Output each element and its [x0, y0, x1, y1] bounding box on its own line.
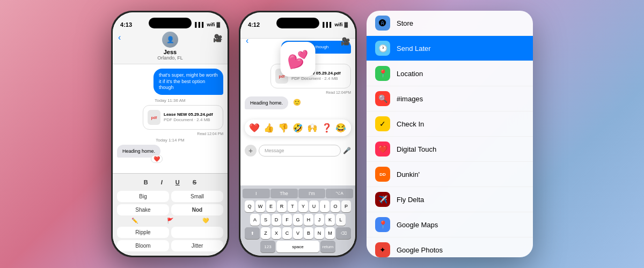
effect-icon-heart: 💛 — [202, 218, 209, 224]
key-p[interactable]: P — [341, 200, 351, 212]
message-input-2[interactable]: Message — [259, 145, 341, 157]
app-item-store[interactable]: 🅐Store — [367, 11, 533, 36]
video-call-button-1[interactable]: 🎥 — [213, 34, 222, 42]
effect-big[interactable]: Big — [117, 191, 169, 202]
app-item--images[interactable]: 🔍#images — [367, 86, 533, 111]
message-list-1: that's super, might be worth it if it's … — [113, 64, 228, 164]
key-q[interactable]: Q — [245, 200, 254, 212]
tapback-highfive[interactable]: 🙌 — [307, 123, 318, 133]
key-z[interactable]: Z — [261, 227, 270, 239]
battery-icon: ▓ — [216, 22, 220, 27]
effect-bloom[interactable]: Bloom — [117, 240, 169, 251]
key-m[interactable]: M — [325, 227, 335, 239]
tapback-question[interactable]: ❓ — [321, 123, 332, 133]
tapback-thumbsup[interactable]: 👍 — [264, 123, 274, 133]
app-item-location[interactable]: 📍Location — [367, 61, 533, 86]
key-e[interactable]: E — [266, 200, 276, 212]
suggest-aa[interactable]: ⌥A — [326, 189, 353, 198]
key-v[interactable]: V — [293, 227, 303, 239]
status-time-1: 4:13 — [120, 21, 132, 28]
key-d[interactable]: D — [272, 214, 281, 226]
key-x[interactable]: X — [272, 227, 281, 239]
app-item-google-photos[interactable]: ✦Google Photos — [367, 237, 533, 257]
tapback-smiley[interactable]: 🙂 — [293, 99, 301, 106]
effect-shake[interactable]: Shake — [117, 204, 169, 215]
effect-icon-pen: ✏️ — [131, 218, 138, 224]
app-item-fly-delta[interactable]: ✈️Fly Delta — [367, 187, 533, 212]
key-f[interactable]: F — [282, 214, 292, 226]
effect-ripple[interactable]: Ripple — [117, 227, 169, 238]
suggest-im[interactable]: I'm — [298, 189, 326, 198]
back-button-1[interactable]: ‹ — [118, 33, 121, 42]
key-u[interactable]: U — [309, 200, 319, 212]
signal-icon: ▌▌▌ — [195, 22, 205, 27]
incoming-message-container-2: Heading home. — [245, 96, 288, 111]
tapback-haha[interactable]: 🤣 — [292, 123, 303, 133]
apps-button-2[interactable]: + — [245, 145, 257, 157]
effect-icons-row: ✏️ 🚩 💛 — [117, 215, 223, 226]
effect-small[interactable]: Small — [171, 191, 223, 202]
scene: 4:13 ▌▌▌ wifi ▓ ‹ 👤 Jess Orlando, FL 🎥 t… — [0, 0, 644, 268]
incoming-bubble-2: Heading home. — [245, 96, 288, 109]
app-label-send-later: Send Later — [397, 44, 431, 53]
key-a[interactable]: A — [250, 214, 260, 226]
app-label-location: Location — [397, 70, 423, 78]
strikethrough-button[interactable]: S — [191, 178, 199, 187]
floating-sticker: 💕 — [281, 42, 316, 77]
key-l[interactable]: L — [336, 214, 346, 226]
keyboard-row-1: Q W E R T Y U I O P — [243, 200, 353, 212]
video-call-button-2[interactable]: 🎥 — [341, 37, 350, 46]
key-shift[interactable]: ⬆ — [245, 227, 260, 239]
key-k[interactable]: K — [325, 214, 335, 226]
pdf-attachment-1[interactable]: pdf Lease NEW 05.29.24.pdf PDF Document … — [143, 105, 223, 130]
key-s[interactable]: S — [261, 214, 270, 226]
key-h[interactable]: H — [304, 214, 313, 226]
keyboard-bottom-row: 123 space return — [243, 241, 353, 252]
phone-1-screen: 4:13 ▌▌▌ wifi ▓ ‹ 👤 Jess Orlando, FL 🎥 t… — [113, 12, 228, 256]
effect-jitter[interactable]: Jitter — [171, 240, 223, 251]
app-item-digital-touch[interactable]: ❤️Digital Touch — [367, 137, 533, 162]
app-icon-location: 📍 — [375, 66, 390, 81]
key-o[interactable]: O — [331, 200, 340, 212]
key-y[interactable]: Y — [298, 200, 308, 212]
app-item-send-later[interactable]: 🕐Send Later — [367, 36, 533, 61]
key-g[interactable]: G — [293, 214, 303, 226]
effect-nod[interactable]: Nod — [171, 204, 223, 215]
italic-button[interactable]: I — [159, 178, 165, 187]
key-r[interactable]: R — [277, 200, 287, 212]
key-n[interactable]: N — [314, 227, 324, 239]
key-j[interactable]: J — [314, 214, 324, 226]
tapback-joy[interactable]: 😂 — [335, 123, 346, 133]
key-123[interactable]: 123 — [260, 241, 275, 252]
app-icon-check-in: ✓ — [375, 116, 390, 131]
app-icon-dunkin-: DD — [375, 167, 390, 182]
key-return[interactable]: return — [320, 241, 335, 252]
key-b[interactable]: B — [304, 227, 313, 239]
bold-button[interactable]: B — [142, 178, 150, 187]
contact-name-1[interactable]: Jess — [118, 49, 222, 55]
key-t[interactable]: T — [288, 200, 297, 212]
underline-button[interactable]: U — [173, 178, 182, 187]
app-label-google-photos: Google Photos — [397, 246, 443, 254]
tapback-thumbsdown[interactable]: 👎 — [278, 123, 289, 133]
app-item-check-in[interactable]: ✓Check In — [367, 111, 533, 137]
tapback-heart[interactable]: ❤️ — [249, 123, 260, 133]
key-space[interactable]: space — [276, 241, 319, 252]
app-icon-store: 🅐 — [375, 16, 390, 31]
app-item-dunkin-[interactable]: DDDunkin' — [367, 162, 533, 187]
pdf-meta-2: PDF Document · 2.4 MB — [291, 76, 341, 81]
suggest-the[interactable]: The — [270, 189, 298, 198]
app-label-dunkin-: Dunkin' — [397, 170, 420, 178]
app-item-google-maps[interactable]: 📍Google Maps — [367, 212, 533, 237]
keyboard-row-2: A S D F G H J K L — [243, 214, 353, 226]
key-c[interactable]: C — [282, 227, 292, 239]
key-i[interactable]: I — [320, 200, 330, 212]
mic-button-2[interactable]: 🎤 — [343, 147, 351, 154]
key-delete[interactable]: ⌫ — [336, 227, 351, 239]
keyboard: I The I'm ⌥A Q W E R T Y U I O P — [240, 185, 355, 256]
phone-2: 4:12 ▌▌▌ wifi ▓ 💕 ‹ 🎥 wor... st option t… — [239, 11, 357, 257]
effect-icon-flag: 🚩 — [167, 218, 173, 224]
suggest-i[interactable]: I — [243, 189, 270, 198]
back-button-2[interactable]: ‹ — [246, 36, 248, 46]
key-w[interactable]: W — [255, 200, 265, 212]
